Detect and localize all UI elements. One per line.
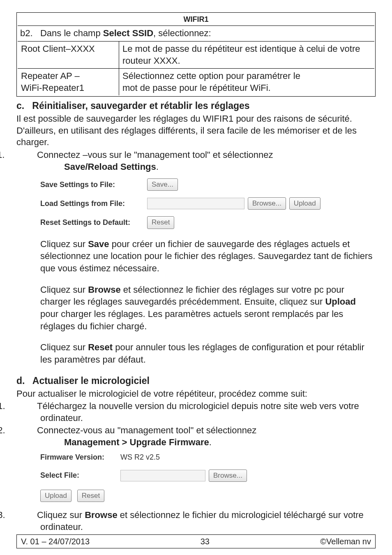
firmware-upload-button[interactable]: Upload — [40, 490, 71, 502]
heading-text: Actualiser le micrologiciel — [32, 375, 150, 386]
firmware-version-label: Firmware Version: — [40, 453, 120, 462]
d3-prefix: d3. — [16, 509, 37, 521]
section-d-heading: d. Actualiser le micrologiciel — [16, 375, 376, 387]
c1-bold: Save/Reload Settings — [64, 162, 156, 172]
cell-root-client-desc: Le mot de passe du répétiteur est identi… — [119, 42, 375, 69]
d1-item: d1.Téléchargez la nouvelle version du mi… — [16, 400, 376, 424]
browse-button[interactable]: Browse... — [248, 197, 286, 210]
table-row: Repeater AP – WiFi-Repeater1 Sélectionne… — [18, 69, 374, 96]
top-table-frame: WIFIR1 b2. Dans le champ Select SSID, sé… — [16, 12, 376, 97]
section-c-heading: c. Réinitialiser, sauvegarder et rétabli… — [16, 100, 376, 112]
settings-panel: Save Settings to File: Save... Load Sett… — [40, 178, 376, 229]
c-body-p3: Cliquez sur Reset pour annuler tous les … — [40, 341, 376, 365]
bold: Browse — [88, 284, 120, 295]
footer-right: ©Velleman nv — [320, 536, 371, 547]
d1-prefix: d1. — [16, 400, 37, 412]
firmware-panel: Firmware Version: WS R2 v2.5 Select File… — [40, 453, 376, 482]
txt: Cliquez sur — [40, 239, 88, 249]
table-header: WIFIR1 — [18, 14, 374, 26]
c1-text: Connectez –vous sur le "management tool"… — [37, 150, 273, 160]
c1-after: . — [156, 162, 159, 172]
firmware-reset-button[interactable]: Reset — [77, 490, 104, 502]
footer-left: V. 01 – 24/07/2013 — [21, 536, 90, 547]
settings-row-save: Save Settings to File: Save... — [40, 178, 376, 191]
load-file-input[interactable] — [147, 198, 244, 209]
heading-prefix: d. — [16, 375, 25, 386]
cell-text: Sélectionnez cette option pour paramétre… — [122, 71, 300, 81]
d3-pre: Cliquez sur — [37, 510, 85, 520]
load-settings-label: Load Settings from File: — [40, 199, 147, 208]
firmware-button-row: Upload Reset — [40, 489, 376, 502]
b2-bold: Select SSID — [103, 28, 153, 38]
txt: Cliquez sur — [40, 284, 88, 295]
txt: Cliquez sur — [40, 342, 88, 352]
firmware-version-row: Firmware Version: WS R2 v2.5 — [40, 453, 376, 462]
d2-item: d2.Connectez-vous au "management tool" e… — [16, 425, 376, 448]
settings-row-load: Load Settings from File: Browse... Uploa… — [40, 197, 376, 210]
d2-after: . — [209, 437, 212, 447]
c1-item: c1.Connectez –vous sur le "management to… — [16, 149, 376, 173]
save-button[interactable]: Save... — [147, 178, 178, 191]
bold: Reset — [88, 342, 113, 352]
section-c-para: Il est possible de sauvegarder les régla… — [16, 113, 376, 148]
d2-bold: Management > Upgrade Firmware — [64, 437, 209, 447]
b2-prefix: b2. — [20, 28, 33, 38]
table-row: Root Client–XXXX Le mot de passe du répé… — [18, 42, 374, 69]
b2-text-before: Dans le champ — [40, 28, 103, 38]
reset-button[interactable]: Reset — [147, 216, 174, 229]
cell-text: mot de passe pour le répétiteur WiFi. — [122, 83, 271, 93]
b2-row: b2. Dans le champ Select SSID, sélection… — [18, 26, 374, 42]
cell-text: Repeater AP – — [21, 71, 80, 81]
heading-text: Réinitialiser, sauvegarder et rétablir l… — [32, 100, 249, 111]
upload-button[interactable]: Upload — [289, 197, 321, 210]
d3-bold: Browse — [85, 510, 117, 520]
firmware-select-file-row: Select File: Browse... — [40, 469, 376, 482]
d2-text: Connectez-vous au "management tool" et s… — [37, 425, 256, 435]
c-body-p2: Cliquez sur Browse et sélectionnez le fi… — [40, 284, 376, 333]
txt: pour charger les réglages. Les paramètre… — [40, 309, 343, 331]
bold: Upload — [325, 296, 356, 307]
save-settings-label: Save Settings to File: — [40, 180, 147, 190]
c-body-p1: Cliquez sur Save pour créer un fichier d… — [40, 238, 376, 275]
select-file-input[interactable] — [120, 470, 205, 481]
heading-prefix: c. — [16, 100, 24, 111]
bold: Save — [88, 239, 109, 249]
cell-root-client: Root Client–XXXX — [18, 42, 119, 69]
c1-prefix: c1. — [16, 149, 37, 161]
page-footer: V. 01 – 24/07/2013 33 ©Velleman nv — [16, 534, 376, 548]
d3-item: d3.Cliquez sur Browse et sélectionnez le… — [16, 509, 376, 533]
cell-repeater-ap: Repeater AP – WiFi-Repeater1 — [18, 69, 119, 96]
b2-text-after: , sélectionnez: — [153, 28, 211, 38]
section-d-para: Pour actualiser le micrologiciel de votr… — [16, 388, 376, 400]
reset-settings-label: Reset Settings to Default: — [40, 218, 147, 227]
select-file-label: Select File: — [40, 471, 120, 480]
cell-repeater-ap-desc: Sélectionnez cette option pour paramétre… — [119, 69, 375, 96]
cell-text: WiFi-Repeater1 — [21, 83, 84, 93]
d2-prefix: d2. — [16, 425, 37, 437]
firmware-version-value: WS R2 v2.5 — [120, 453, 160, 462]
firmware-browse-button[interactable]: Browse... — [209, 469, 247, 482]
footer-center: 33 — [201, 536, 210, 547]
ssid-table: Root Client–XXXX Le mot de passe du répé… — [18, 42, 374, 95]
settings-row-reset: Reset Settings to Default: Reset — [40, 216, 376, 229]
d1-text: Téléchargez la nouvelle version du micro… — [37, 401, 359, 423]
